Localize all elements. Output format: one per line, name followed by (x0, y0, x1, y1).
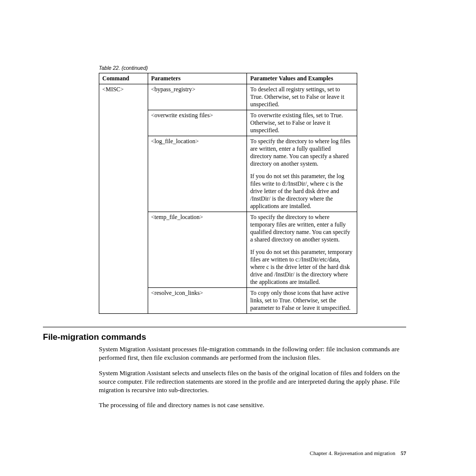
cell-value: To overwrite existing files, set to True… (247, 110, 357, 136)
section-heading: File-migration commands (43, 332, 406, 342)
footer-page-number: 57 (401, 450, 406, 456)
value-text: To copy only those icons that have activ… (250, 289, 354, 312)
cell-param: <resolve_icon_links> (148, 288, 247, 314)
cell-param: <log_file_location> (148, 136, 247, 212)
cell-param: <temp_file_location> (148, 212, 247, 288)
cell-value: To specify the directory to where log fi… (247, 136, 357, 212)
table-caption: Table 22. (continued) (99, 65, 406, 71)
value-text: To overwrite existing files, set to True… (250, 112, 354, 134)
table-header-row: Command Parameters Parameter Values and … (99, 73, 357, 84)
footer-chapter: Chapter 4. Rejuvenation and migration (310, 450, 395, 456)
parameters-table: Command Parameters Parameter Values and … (99, 73, 357, 314)
value-text: To deselect all registry settings, set t… (250, 86, 354, 108)
header-command: Command (99, 73, 148, 84)
value-text: If you do not set this parameter, tempor… (250, 248, 354, 286)
header-values: Parameter Values and Examples (247, 73, 357, 84)
section-rule (43, 327, 406, 327)
cell-value: To copy only those icons that have activ… (247, 288, 357, 314)
page-footer: Chapter 4. Rejuvenation and migration 57 (310, 450, 406, 456)
table-row: <MISC> <bypass_registry> To deselect all… (99, 84, 357, 110)
paragraph: The processing of file and directory nam… (99, 401, 406, 410)
cell-command: <MISC> (99, 84, 148, 314)
cell-param: <bypass_registry> (148, 84, 247, 110)
cell-value: To specify the directory to where tempor… (247, 212, 357, 288)
paragraph: System Migration Assistant selects and u… (99, 369, 406, 395)
value-text: To specify the directory to where tempor… (250, 214, 354, 243)
cell-value: To deselect all registry settings, set t… (247, 84, 357, 110)
page: Table 22. (continued) Command Parameters… (0, 0, 476, 476)
body-text: System Migration Assistant processes fil… (99, 345, 406, 410)
header-parameters: Parameters (148, 73, 247, 84)
value-text: If you do not set this parameter, the lo… (250, 173, 354, 210)
value-text: To specify the directory to where log fi… (250, 138, 354, 168)
cell-param: <overwrite existing files> (148, 110, 247, 136)
paragraph: System Migration Assistant processes fil… (99, 345, 406, 362)
